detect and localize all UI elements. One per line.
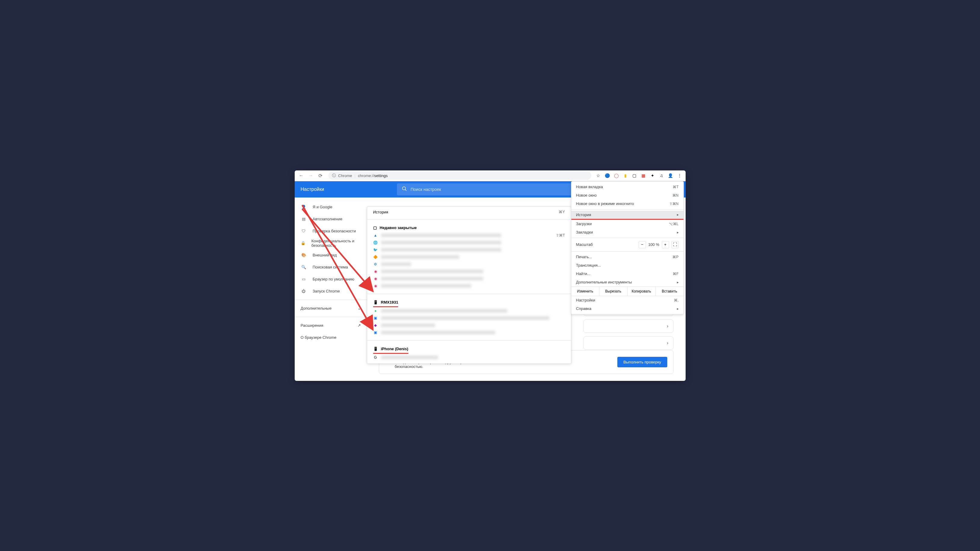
external-link-icon: ↗ bbox=[358, 323, 361, 328]
recently-closed-header: ▢ Недавно закрытые bbox=[373, 224, 565, 232]
history-item[interactable]: ● bbox=[373, 307, 565, 314]
cut-button[interactable]: Вырезать bbox=[599, 287, 628, 296]
svg-point-0 bbox=[402, 187, 406, 190]
history-item[interactable]: ⚙ bbox=[373, 260, 565, 268]
sidebar-item-autofill[interactable]: ▤Автозаполнение bbox=[295, 213, 367, 225]
settings-sidebar: 👤Я и Google ▤Автозаполнение 🛡Проверка бе… bbox=[295, 197, 367, 381]
menu-incognito[interactable]: Новое окно в режиме инкогнито⇧⌘N bbox=[571, 200, 684, 208]
edit-label: Изменить bbox=[571, 287, 600, 296]
bookmark-star-icon[interactable]: ☆ bbox=[595, 172, 602, 179]
history-item[interactable]: ▣ bbox=[373, 329, 565, 336]
chevron-right-icon: ▸ bbox=[677, 306, 679, 311]
kebab-menu-button[interactable]: ⋮ bbox=[676, 172, 683, 179]
sidebar-item-profile[interactable]: 👤Я и Google bbox=[295, 201, 367, 213]
menu-edit-row: Изменить Вырезать Копировать Вставить bbox=[571, 286, 684, 296]
submenu-history-link[interactable]: История⌘Y bbox=[367, 207, 571, 218]
history-item[interactable]: 🌐 bbox=[373, 239, 565, 246]
toolbar-icons: ☆ 🔵 ◯ ▮ ▢ ▦ ✦ ♫ 👤 ⋮ bbox=[595, 172, 683, 179]
browser-toolbar: ← → ⟳ ⓘ Chrome | chrome://settings ☆ 🔵 ◯… bbox=[295, 170, 686, 181]
menu-print[interactable]: Печать...⌘P bbox=[571, 253, 684, 261]
settings-card[interactable]: › bbox=[583, 319, 674, 333]
lock-icon: 🔒 bbox=[301, 240, 305, 246]
sidebar-item-startup[interactable]: ⏻Запуск Chrome bbox=[295, 285, 367, 297]
paste-button[interactable]: Вставить bbox=[655, 287, 684, 296]
browser-icon: ▭ bbox=[301, 276, 307, 282]
url-label: Chrome bbox=[338, 173, 352, 178]
svg-line-1 bbox=[405, 189, 407, 191]
divider bbox=[295, 300, 367, 300]
page-title: Настройки bbox=[301, 187, 391, 192]
address-bar[interactable]: ⓘ Chrome | chrome://settings bbox=[328, 171, 591, 180]
run-security-check-button[interactable]: Выполнить проверку bbox=[617, 357, 667, 367]
settings-card[interactable]: › bbox=[583, 337, 674, 349]
history-item[interactable]: ▲⇧⌘T bbox=[373, 232, 565, 239]
sidebar-item-advanced[interactable]: Дополнительные⌄ bbox=[295, 302, 367, 314]
sidebar-item-safety[interactable]: 🛡Проверка безопасности bbox=[295, 225, 367, 237]
menu-bookmarks[interactable]: Закладки▸ bbox=[571, 228, 684, 237]
history-item[interactable]: ◉ bbox=[373, 275, 565, 282]
forward-button[interactable]: → bbox=[307, 171, 315, 180]
chevron-right-icon: ▸ bbox=[677, 280, 679, 284]
menu-find[interactable]: Найти...⌘F bbox=[571, 270, 684, 278]
sidebar-item-appearance[interactable]: 🎨Внешний вид bbox=[295, 249, 367, 261]
device-header-1: 📱 RMX1931 bbox=[373, 298, 398, 307]
sidebar-item-about[interactable]: О браузере Chrome bbox=[295, 332, 367, 344]
search-input[interactable] bbox=[411, 187, 597, 192]
chevron-right-icon: › bbox=[667, 340, 668, 346]
menu-zoom: Масштаб − 100 % + ⛶ bbox=[571, 239, 684, 250]
zoom-in-button[interactable]: + bbox=[662, 241, 669, 248]
phone-icon: 📱 bbox=[373, 300, 378, 305]
ext-icon-1[interactable]: 🔵 bbox=[604, 172, 611, 179]
browser-window: ← → ⟳ ⓘ Chrome | chrome://settings ☆ 🔵 ◯… bbox=[295, 170, 686, 381]
phone-icon: 📱 bbox=[373, 346, 378, 351]
history-item[interactable]: G bbox=[373, 354, 565, 361]
autofill-icon: ▤ bbox=[301, 216, 307, 222]
menu-history[interactable]: История▸ bbox=[571, 211, 684, 220]
history-item[interactable]: 🐦 bbox=[373, 246, 565, 253]
chevron-right-icon: › bbox=[667, 324, 668, 329]
zoom-value: 100 % bbox=[648, 242, 659, 247]
sidebar-item-extensions[interactable]: Расширения↗ bbox=[295, 319, 367, 332]
device-header-2: 📱 iPhone (Denis) bbox=[373, 345, 408, 354]
chevron-right-icon: ▸ bbox=[677, 213, 679, 217]
zoom-out-button[interactable]: − bbox=[639, 241, 646, 248]
fullscreen-button[interactable]: ⛶ bbox=[671, 241, 679, 248]
extensions-icon[interactable]: ✦ bbox=[649, 172, 656, 179]
ext-icon-2[interactable]: ◯ bbox=[613, 172, 620, 179]
sidebar-item-default-browser[interactable]: ▭Браузер по умолчанию bbox=[295, 273, 367, 285]
reload-button[interactable]: ⟳ bbox=[317, 171, 325, 180]
history-item[interactable]: ▣ bbox=[373, 314, 565, 322]
history-item[interactable]: ◉ bbox=[373, 282, 565, 289]
search-icon: 🔍 bbox=[301, 264, 307, 270]
sidebar-item-search-engine[interactable]: 🔍Поисковая система bbox=[295, 261, 367, 273]
ext-icon-3[interactable]: ▮ bbox=[622, 172, 629, 179]
ext-icon-4[interactable]: ▢ bbox=[631, 172, 638, 179]
menu-settings[interactable]: Настройки⌘, bbox=[571, 296, 684, 305]
menu-new-tab[interactable]: Новая вкладка⌘T bbox=[571, 183, 684, 191]
history-submenu: История⌘Y ▢ Недавно закрытые ▲⇧⌘T 🌐 🐦 🔶 … bbox=[367, 206, 571, 364]
profile-avatar[interactable]: 👤 bbox=[667, 172, 674, 179]
palette-icon: 🎨 bbox=[301, 252, 307, 258]
person-icon: 👤 bbox=[301, 204, 307, 210]
chevron-down-icon: ⌄ bbox=[358, 306, 361, 311]
history-item[interactable]: ◉ bbox=[373, 268, 565, 275]
menu-new-window[interactable]: Новое окно⌘N bbox=[571, 191, 684, 200]
search-icon bbox=[402, 186, 407, 193]
site-info-icon: ⓘ bbox=[332, 173, 336, 178]
power-icon: ⏻ bbox=[301, 288, 307, 294]
tab-icon: ▢ bbox=[373, 225, 377, 230]
menu-cast[interactable]: Трансляция... bbox=[571, 261, 684, 270]
settings-search[interactable] bbox=[397, 183, 601, 195]
history-item[interactable]: 🔶 bbox=[373, 253, 565, 260]
menu-help[interactable]: Справка▸ bbox=[571, 305, 684, 313]
sidebar-item-privacy[interactable]: 🔒Конфиденциальность и безопасность bbox=[295, 237, 367, 249]
shield-check-icon: 🛡 bbox=[301, 228, 307, 234]
media-icon[interactable]: ♫ bbox=[658, 172, 665, 179]
history-item[interactable]: ◆ bbox=[373, 322, 565, 329]
back-button[interactable]: ← bbox=[297, 171, 305, 180]
chrome-main-menu: Новая вкладка⌘T Новое окно⌘N Новое окно … bbox=[571, 181, 684, 314]
copy-button[interactable]: Копировать bbox=[628, 287, 656, 296]
menu-more-tools[interactable]: Дополнительные инструменты▸ bbox=[571, 278, 684, 286]
menu-downloads[interactable]: Загрузки⌥⌘L bbox=[571, 220, 684, 228]
ext-icon-5[interactable]: ▦ bbox=[640, 172, 647, 179]
